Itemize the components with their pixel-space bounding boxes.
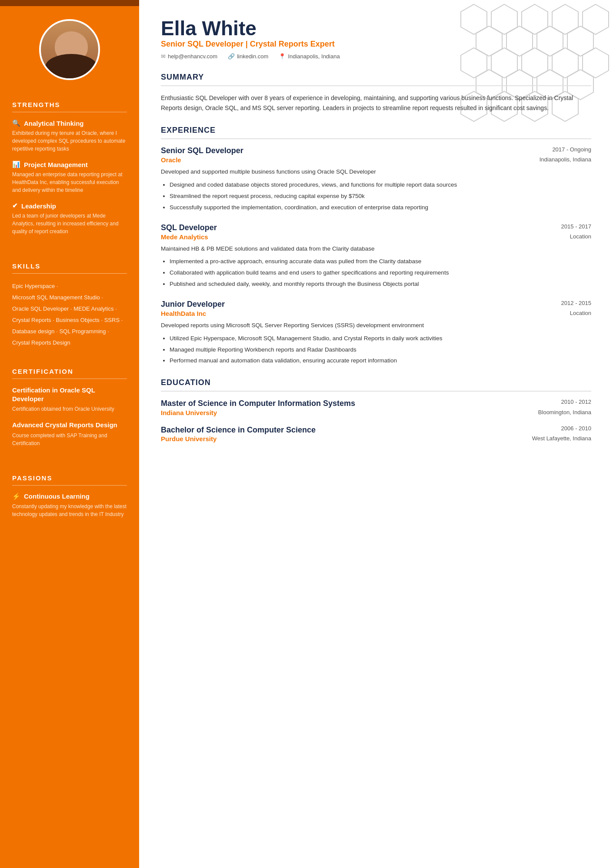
exp-location-2: Location <box>570 233 591 241</box>
exp-company-row-1: Oracle Indianapolis, Indiana <box>161 156 591 164</box>
cert-item-1: Certification in Oracle SQL Developer Ce… <box>12 386 127 413</box>
contact-bar: ✉ help@enhancv.com 🔗 linkedin.com 📍 Indi… <box>161 53 591 60</box>
exp-bullet-1-3: Successfully supported the implementatio… <box>170 203 591 213</box>
strength-title-3: ✔ Leadership <box>12 202 127 210</box>
edu-entry-2: Bachelor of Science in Computer Science … <box>161 425 591 442</box>
exp-entry-2: SQL Developer 2015 - 2017 Mede Analytics… <box>161 223 591 289</box>
linkedin-icon: 🔗 <box>228 53 235 60</box>
edu-school-2: Purdue University <box>161 435 217 442</box>
exp-dates-2: 2015 - 2017 <box>561 223 591 230</box>
exp-bullet-2-3: Published and scheduled daily, weekly, a… <box>170 279 591 289</box>
exp-intro-1: Developed and supported multiple busines… <box>161 167 591 177</box>
skill-6: Crystal Reports Design <box>12 337 127 349</box>
leadership-icon: ✔ <box>12 202 18 210</box>
exp-intro-3: Developed reports using Microsoft SQL Se… <box>161 321 591 330</box>
exp-company-row-2: Mede Analytics Location <box>161 233 591 241</box>
contact-email: ✉ help@enhancv.com <box>161 53 217 60</box>
edu-school-1: Indiana University <box>161 409 217 416</box>
edu-dates-2: 2006 - 2010 <box>561 425 591 435</box>
strength-item-3: ✔ Leadership Led a team of junior develo… <box>12 202 127 235</box>
skill-1: Epic Hyperspace · <box>12 281 127 292</box>
avatar <box>39 19 100 80</box>
exp-header-3: Junior Developer 2012 - 2015 <box>161 300 591 309</box>
edu-dates-1: 2010 - 2012 <box>561 399 591 409</box>
cert-desc-2: Course completed with SAP Training and C… <box>12 432 127 447</box>
analytical-icon: 🔍 <box>12 119 20 127</box>
sidebar: STRENGTHS 🔍 Analytical Thinking Exhibite… <box>0 0 139 868</box>
exp-bullets-1: Designed and coded database objects stor… <box>161 180 591 213</box>
exp-company-1: Oracle <box>161 156 181 164</box>
passions-section: PASSIONS ⚡ Continuous Learning Constantl… <box>0 474 139 533</box>
passion-title-1: ⚡ Continuous Learning <box>12 493 127 500</box>
exp-bullet-1-1: Designed and coded database objects stor… <box>170 180 591 190</box>
exp-job-title-1: Senior SQL Developer <box>161 146 243 155</box>
exp-entry-3: Junior Developer 2012 - 2015 HealthData … <box>161 300 591 366</box>
exp-bullet-2-2: Collaborated with application build team… <box>170 268 591 278</box>
exp-entry-1: Senior SQL Developer 2017 - Ongoing Orac… <box>161 146 591 212</box>
location-icon: 📍 <box>279 53 286 60</box>
exp-location-1: Indianapolis, Indiana <box>540 156 591 164</box>
candidate-title: Senior SQL Developer | Crystal Reports E… <box>161 40 591 49</box>
skill-2: Microsoft SQL Management Studio · <box>12 292 127 303</box>
skill-4: Crystal Reports · Business Objects · SSR… <box>12 315 127 326</box>
exp-bullets-3: Utilized Epic Hyperspace, Microsoft SQL … <box>161 334 591 366</box>
certification-title: CERTIFICATION <box>12 368 127 379</box>
lightning-icon: ⚡ <box>12 493 20 500</box>
strength-desc-3: Led a team of junior developers at Mede … <box>12 212 127 235</box>
skills-title: SKILLS <box>12 262 127 274</box>
exp-bullet-1-2: Streamlined the report request process, … <box>170 191 591 201</box>
contact-linkedin: 🔗 linkedin.com <box>228 53 268 60</box>
avatar-image <box>41 19 98 80</box>
edu-header-2: Bachelor of Science in Computer Science … <box>161 425 591 435</box>
cert-title-1: Certification in Oracle SQL Developer <box>12 386 127 403</box>
edu-degree-1: Master of Science in Computer Informatio… <box>161 399 355 409</box>
edu-school-row-1: Indiana University Bloomington, Indiana <box>161 409 591 416</box>
edu-location-1: Bloomington, Indiana <box>538 409 591 416</box>
cert-title-2: Advanced Crystal Reports Design <box>12 421 127 429</box>
skill-5: Database design · SQL Programming · <box>12 326 127 337</box>
exp-header-1: Senior SQL Developer 2017 - Ongoing <box>161 146 591 155</box>
exp-company-2: Mede Analytics <box>161 233 208 241</box>
exp-bullet-3-2: Managed multiple Reporting Workbench rep… <box>170 345 591 355</box>
passion-item-1: ⚡ Continuous Learning Constantly updatin… <box>12 493 127 518</box>
exp-company-row-3: HealthData Inc Location <box>161 310 591 317</box>
exp-job-title-3: Junior Developer <box>161 300 225 309</box>
exp-intro-2: Maintained HB & PB MEDE solutions and va… <box>161 244 591 254</box>
cert-item-2: Advanced Crystal Reports Design Course c… <box>12 421 127 447</box>
main-content-area: Ella White Senior SQL Developer | Crysta… <box>139 0 613 868</box>
strengths-title: STRENGTHS <box>12 101 127 112</box>
strength-item-2: 📊 Project Management Managed an enterpri… <box>12 161 127 194</box>
exp-location-3: Location <box>570 310 591 317</box>
strength-desc-2: Managed an enterprise data reporting pro… <box>12 171 127 194</box>
exp-company-3: HealthData Inc <box>161 310 206 317</box>
exp-dates-1: 2017 - Ongoing <box>552 146 591 153</box>
exp-header-2: SQL Developer 2015 - 2017 <box>161 223 591 232</box>
main-content: Ella White Senior SQL Developer | Crysta… <box>161 17 591 442</box>
strength-item-1: 🔍 Analytical Thinking Exhibited during m… <box>12 119 127 153</box>
strength-title-1: 🔍 Analytical Thinking <box>12 119 127 127</box>
edu-entry-1: Master of Science in Computer Informatio… <box>161 399 591 416</box>
skills-section: SKILLS Epic Hyperspace · Microsoft SQL M… <box>0 262 139 357</box>
strengths-section: STRENGTHS 🔍 Analytical Thinking Exhibite… <box>0 101 139 252</box>
contact-location: 📍 Indianapolis, Indiana <box>279 53 340 60</box>
strength-desc-1: Exhibited during my tenure at Oracle, wh… <box>12 129 127 153</box>
experience-section-title: EXPERIENCE <box>161 126 591 139</box>
exp-job-title-2: SQL Developer <box>161 223 217 232</box>
sidebar-top-bar <box>0 0 139 6</box>
certification-section: CERTIFICATION Certification in Oracle SQ… <box>0 368 139 464</box>
candidate-name: Ella White <box>161 17 591 40</box>
avatar-container <box>0 6 139 90</box>
passions-title: PASSIONS <box>12 474 127 486</box>
edu-school-row-2: Purdue University West Lafayette, Indian… <box>161 435 591 442</box>
skills-list: Epic Hyperspace · Microsoft SQL Manageme… <box>12 281 127 349</box>
edu-location-2: West Lafayette, Indiana <box>532 435 591 442</box>
edu-header-1: Master of Science in Computer Informatio… <box>161 399 591 409</box>
summary-text: Enthusiastic SQL Developer with over 8 y… <box>161 93 591 114</box>
exp-bullet-3-3: Performed manual and automation data val… <box>170 356 591 366</box>
exp-bullet-2-1: Implemented a pro-active approach, ensur… <box>170 257 591 267</box>
skill-3: Oracle SQL Developer · MEDE Analytics · <box>12 303 127 315</box>
edu-degree-2: Bachelor of Science in Computer Science <box>161 425 316 435</box>
strength-title-2: 📊 Project Management <box>12 161 127 168</box>
summary-section-title: SUMMARY <box>161 73 591 86</box>
name-block: Ella White Senior SQL Developer | Crysta… <box>161 17 591 60</box>
